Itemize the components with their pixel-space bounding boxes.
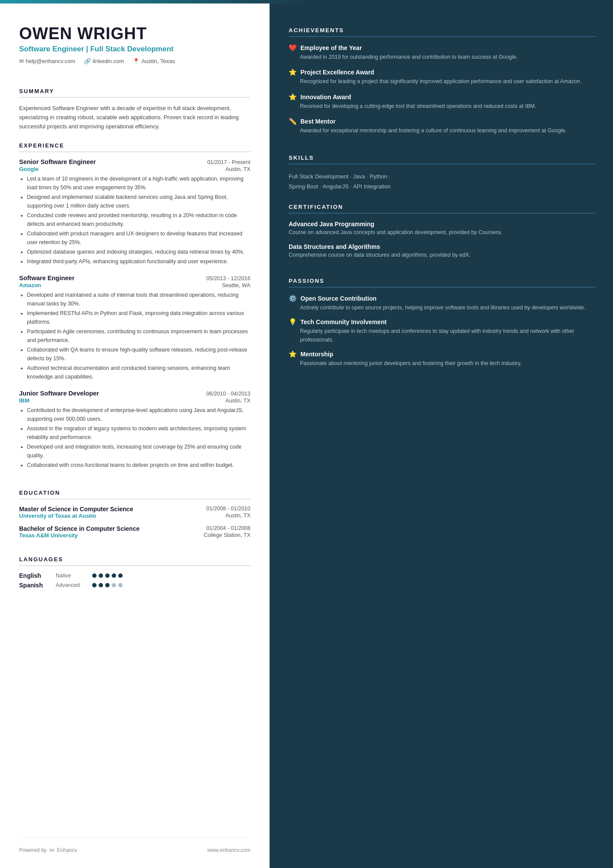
achievement-icon-star-1: ⭐: [289, 68, 297, 76]
passion-icon-lightbulb: 💡: [289, 318, 297, 326]
job-dates-1: 01/2017 - Present: [207, 159, 250, 165]
footer-website: www.enhancv.com: [207, 847, 250, 853]
bullet-item: Led a team of 10 engineers in the develo…: [27, 174, 250, 192]
job-bullets-2: Developed and maintained a suite of inte…: [19, 291, 250, 381]
email-contact: ✉ help@enhancv.com: [19, 58, 75, 64]
location-contact: 📍 Austin, Texas: [133, 58, 175, 64]
passion-desc-1: Actively contribute to open source proje…: [289, 304, 596, 312]
lang-dot: [105, 573, 110, 578]
achievements-divider: [289, 36, 596, 37]
brand-logo-icon: ∞: [49, 846, 54, 854]
candidate-title: Software Engineer | Full Stack Developme…: [19, 45, 250, 54]
achievement-desc-1: Awarded in 2019 for outstanding performa…: [289, 53, 596, 61]
job-company-2: Amazon: [19, 282, 41, 288]
location-icon: 📍: [133, 58, 140, 64]
lang-dot: [105, 583, 110, 587]
bullet-item: Collaborated with product managers and U…: [27, 229, 250, 247]
achievement-title-3: Innovation Award: [300, 94, 351, 101]
lang-dot: [99, 573, 103, 578]
contact-info: ✉ help@enhancv.com 🔗 linkedin.com 📍 Aust…: [19, 58, 250, 64]
bullet-item: Authored technical documentation and con…: [27, 364, 250, 381]
lang-dot: [99, 583, 103, 587]
certification-section-title: CERTIFICATION: [289, 204, 596, 210]
achievement-project-excellence: ⭐ Project Excellence Award Recognized fo…: [289, 68, 596, 86]
lang-dot: [118, 583, 123, 587]
skills-text-line1: Full Stack Development · Java · Python ·: [289, 171, 596, 181]
job-company-1: Google: [19, 166, 39, 172]
achievement-title-4: Best Mentor: [300, 118, 336, 125]
achievement-icon-star-2: ⭐: [289, 93, 297, 101]
powered-by-label: Powered by: [19, 847, 47, 853]
edu-location-1: Austin, TX: [226, 513, 250, 519]
lang-level-english: Native: [56, 573, 86, 579]
lang-dots-english: [92, 573, 123, 578]
job-title-1: Senior Software Engineer: [19, 158, 96, 165]
job-title-3: Junior Software Developer: [19, 390, 99, 397]
experience-section-title: EXPERIENCE: [19, 142, 250, 149]
job-junior-developer: Junior Software Developer 06/2010 - 04/2…: [19, 390, 250, 470]
edu-school-2: Texas A&M University: [19, 532, 78, 539]
brand-name: Enhancv: [57, 847, 77, 853]
bullet-item: Implemented RESTful APIs in Python and F…: [27, 309, 250, 326]
lang-dots-spanish: [92, 583, 123, 587]
lang-dot: [118, 573, 123, 578]
passion-tech-community: 💡 Tech Community Involvement Regularly p…: [289, 318, 596, 344]
passion-icon-gear: ⚙️: [289, 295, 297, 302]
achievement-best-mentor: ✏️ Best Mentor Awarded for exceptional m…: [289, 117, 596, 135]
passion-icon-star: ⭐: [289, 350, 297, 358]
achievement-desc-4: Awarded for exceptional mentorship and f…: [289, 127, 596, 135]
bullet-item: Designed and implemented scalable backen…: [27, 193, 250, 210]
achievement-title-1: Employee of the Year: [300, 44, 362, 51]
passions-section-title: PASSIONS: [289, 278, 596, 284]
languages-divider: [19, 565, 250, 566]
passion-open-source: ⚙️ Open Source Contribution Actively con…: [289, 295, 596, 312]
cert-java: Advanced Java Programming Course on adva…: [289, 221, 596, 237]
achievement-title-2: Project Excellence Award: [300, 69, 374, 76]
footer-brand: Powered by ∞ Enhancv: [19, 846, 77, 854]
job-location-1: Austin, TX: [226, 166, 250, 172]
linkedin-contact: 🔗 linkedin.com: [84, 58, 124, 64]
edu-dates-2: 01/2004 - 01/2008: [207, 525, 250, 532]
achievement-innovation: ⭐ Innovation Award Received for developi…: [289, 93, 596, 111]
education-divider: [19, 499, 250, 499]
passions-divider: [289, 287, 596, 288]
passion-title-2: Tech Community Involvement: [300, 318, 386, 325]
lang-dot: [112, 583, 116, 587]
page-footer: Powered by ∞ Enhancv www.enhancv.com: [19, 837, 250, 854]
job-bullets-3: Contributed to the development of enterp…: [19, 406, 250, 469]
cert-desc-1: Course on advanced Java concepts and app…: [289, 228, 596, 237]
job-location-3: Austin, TX: [226, 398, 250, 404]
summary-divider: [19, 97, 250, 98]
lang-dot: [92, 583, 97, 587]
achievement-icon-pencil: ✏️: [289, 117, 297, 125]
certification-divider: [289, 213, 596, 214]
achievement-icon-heart: ❤️: [289, 44, 297, 52]
linkedin-icon: 🔗: [84, 58, 91, 64]
bullet-item: Collaborated with cross-functional teams…: [27, 461, 250, 469]
achievements-section-title: ACHIEVEMENTS: [289, 27, 596, 34]
experience-divider: [19, 151, 250, 152]
cert-desc-2: Comprehensive course on data structures …: [289, 251, 596, 259]
skills-text-line2: Spring Boot · AngularJS · API Integratio…: [289, 181, 596, 191]
achievement-employee-year: ❤️ Employee of the Year Awarded in 2019 …: [289, 44, 596, 61]
bullet-item: Assisted in the migration of legacy syst…: [27, 424, 250, 442]
right-column: ACHIEVEMENTS ❤️ Employee of the Year Awa…: [270, 3, 613, 868]
bullet-item: Conducted code reviews and provided ment…: [27, 211, 250, 228]
job-title-2: Software Engineer: [19, 275, 74, 282]
lang-name-spanish: Spanish: [19, 582, 50, 589]
passion-mentorship: ⭐ Mentorship Passionate about mentoring …: [289, 350, 596, 368]
bullet-item: Participated in Agile ceremonies, contri…: [27, 327, 250, 345]
passion-desc-2: Regularly participate in tech meetups an…: [289, 327, 596, 344]
job-software-engineer: Software Engineer 05/2013 - 12/2016 Amaz…: [19, 275, 250, 382]
passion-desc-3: Passionate about mentoring junior develo…: [289, 359, 596, 368]
passion-title-3: Mentorship: [300, 351, 333, 358]
cert-title-1: Advanced Java Programming: [289, 221, 596, 228]
edu-degree-2: Bachelor of Science in Computer Science: [19, 525, 140, 532]
education-section-title: EDUCATION: [19, 489, 250, 496]
job-location-2: Seattle, WA: [222, 282, 250, 288]
cert-title-2: Data Structures and Algorithms: [289, 243, 596, 250]
achievement-desc-2: Recognized for leading a project that si…: [289, 77, 596, 86]
job-bullets-1: Led a team of 10 engineers in the develo…: [19, 174, 250, 266]
cert-dsa: Data Structures and Algorithms Comprehen…: [289, 243, 596, 259]
job-dates-2: 05/2013 - 12/2016: [207, 275, 250, 282]
